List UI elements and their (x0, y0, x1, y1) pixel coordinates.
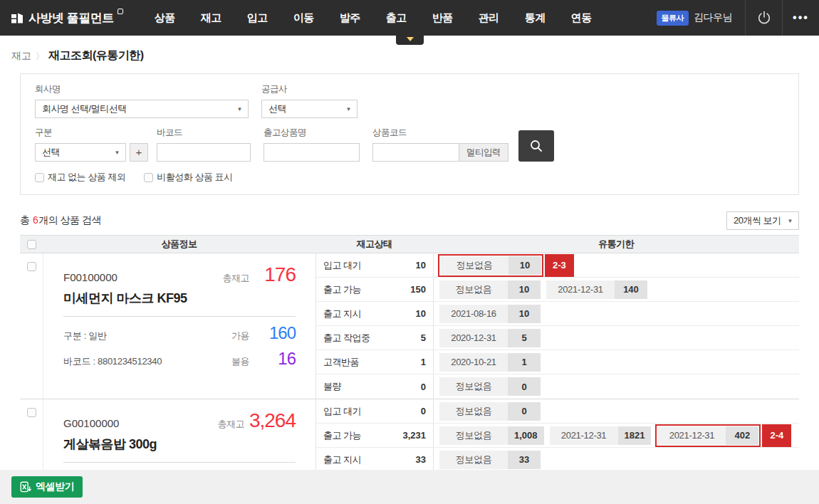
nav-item-연동[interactable]: 연동 (558, 0, 605, 36)
exclude-no-stock-checkbox[interactable]: 재고 없는 상품 제외 (35, 171, 125, 184)
stock-status-cell: 입고 대기0 (316, 399, 434, 423)
status-rows: 입고 대기0정보없음0출고 가능3,231정보없음1,0082021-12-31… (315, 399, 799, 470)
highlight-badge: 2-3 (545, 254, 574, 277)
result-summary: 총 6개의 상품 검색 (20, 214, 101, 227)
ship-product-input[interactable] (264, 143, 360, 162)
stock-status-cell: 출고 지시10 (316, 302, 434, 325)
status-qty: 33 (416, 454, 426, 465)
chevron-down-icon: ▼ (346, 106, 351, 112)
more-menu-button[interactable]: ••• (782, 0, 819, 36)
highlighted-chip: 정보없음10 (438, 254, 543, 277)
logout-button[interactable] (745, 0, 782, 36)
product-category-row: 구분 : 일반가용160 (63, 325, 296, 342)
category-select[interactable]: 선택▼ (35, 143, 126, 162)
checkbox-icon (144, 173, 153, 182)
logo-icon (11, 12, 24, 24)
nav-item-반품[interactable]: 반품 (419, 0, 466, 36)
row-checkbox[interactable] (27, 262, 36, 271)
table-header: 상품정보 재고상태 유통기한 (20, 235, 799, 253)
multi-input-button[interactable]: 멀티입력 (459, 143, 508, 162)
unusable-value: 16 (254, 350, 296, 367)
total-stock: 총재고176 (223, 265, 296, 285)
chip-label: 2020-10-21 (439, 353, 508, 372)
barcode-label: 바코드 (157, 127, 251, 139)
expiry-chip: 정보없음10 (440, 256, 541, 275)
status-qty: 10 (416, 260, 426, 271)
highlighted-chip: 2021-12-31402 (655, 424, 761, 447)
status-row: 출고 지시33정보없음33 (316, 448, 799, 470)
total-stock-value: 3,264 (249, 411, 296, 431)
barcode-input[interactable] (157, 143, 251, 162)
show-inactive-checkbox[interactable]: 비활성화 상품 표시 (144, 171, 232, 184)
header-stock-status: 재고상태 (315, 238, 433, 251)
stock-status-cell: 입고 대기10 (316, 253, 434, 277)
chip-label: 정보없음 (439, 426, 508, 445)
search-button[interactable] (518, 130, 554, 162)
excel-download-button[interactable]: 엑셀받기 (11, 476, 83, 498)
expiry-chip: 정보없음1,008 (439, 426, 544, 445)
status-label: 불량 (323, 380, 341, 393)
status-label: 출고 작업중 (323, 332, 370, 345)
expiry-cell: 2021-08-1610 (434, 302, 799, 325)
status-qty: 10 (416, 308, 426, 319)
nav-item-통계[interactable]: 통계 (512, 0, 558, 36)
total-stock-value: 176 (254, 265, 296, 285)
chip-label: 정보없음 (439, 451, 508, 469)
company-select[interactable]: 회사명 선택/멀티선택▼ (35, 100, 249, 118)
chip-label: 2021-12-31 (657, 426, 726, 445)
supplier-select[interactable]: 선택▼ (261, 100, 358, 118)
chip-label: 정보없음 (439, 280, 508, 299)
chip-value: 10 (508, 256, 541, 275)
nav-menu: 상품재고입고이동발주출고반품관리통계연동 (142, 0, 605, 36)
status-qty: 0 (421, 406, 426, 416)
expiry-chip-wrap: 정보없음10 (439, 280, 541, 299)
expiry-chip-wrap: 2021-12-311821 (550, 426, 652, 445)
menu-expand-tab[interactable] (396, 36, 424, 45)
select-all-checkbox[interactable] (27, 240, 36, 249)
chevron-down-icon: ▼ (788, 218, 793, 224)
status-qty: 5 (421, 332, 426, 343)
product-row: F00100000총재고176미세먼지 마스크 KF95구분 : 일반가용160… (20, 253, 799, 399)
nav-item-출고[interactable]: 출고 (373, 0, 419, 36)
search-icon (529, 139, 543, 153)
expiry-chip-wrap: 정보없음0 (439, 402, 541, 421)
expiry-chip: 정보없음0 (439, 377, 541, 396)
chip-value: 140 (615, 280, 647, 299)
page-title: 재고조회(유통기한) (48, 48, 144, 63)
product-code-input[interactable] (372, 143, 459, 162)
add-category-button[interactable]: + (130, 143, 148, 162)
expiry-chip: 2021-12-31140 (546, 280, 647, 299)
expiry-cell: 정보없음0 (434, 399, 799, 423)
product-info-cell: G00100000총재고3,264게살볶음밥 300g구분 : 냉동가용3,23… (43, 399, 315, 470)
chip-value: 10 (508, 280, 541, 299)
nav-item-이동[interactable]: 이동 (281, 0, 327, 36)
expiry-chip: 2020-10-211 (439, 353, 541, 372)
nav-item-발주[interactable]: 발주 (327, 0, 373, 36)
nav-item-상품[interactable]: 상품 (142, 0, 188, 36)
page-content: 재고 〉 재고조회(유통기한) 회사명 회사명 선택/멀티선택▼ 공급사 선택▼… (0, 36, 819, 470)
nav-item-관리[interactable]: 관리 (466, 0, 512, 36)
page-size-select[interactable]: 20개씩 보기▼ (726, 211, 799, 230)
chip-label: 2020-12-31 (439, 329, 508, 347)
status-row: 출고 가능150정보없음102021-12-31140 (316, 278, 799, 302)
ship-product-label: 출고상품명 (264, 127, 360, 139)
status-qty: 0 (421, 382, 426, 392)
excel-icon (20, 481, 31, 493)
breadcrumb-parent[interactable]: 재고 (11, 50, 31, 63)
chip-label: 2021-08-16 (439, 305, 508, 323)
status-label: 출고 지시 (323, 453, 361, 466)
expiry-cell: 정보없음1,0082021-12-3118212021-12-314022-4 (434, 424, 799, 447)
app-logo[interactable]: 사방넷 풀필먼트 (0, 0, 123, 36)
power-icon (756, 10, 772, 26)
chip-label: 2021-12-31 (546, 280, 615, 299)
status-rows: 입고 대기10정보없음102-3출고 가능150정보없음102021-12-31… (315, 253, 799, 399)
company-label: 회사명 (35, 83, 249, 95)
expiry-chip-wrap: 2020-10-211 (439, 353, 541, 372)
nav-item-재고[interactable]: 재고 (188, 0, 234, 36)
expiry-chip: 정보없음33 (439, 451, 541, 469)
nav-item-입고[interactable]: 입고 (234, 0, 281, 36)
status-row: 입고 대기10정보없음102-3 (316, 253, 799, 278)
status-label: 출고 가능 (323, 283, 361, 296)
chip-label: 정보없음 (439, 377, 508, 396)
row-checkbox[interactable] (27, 408, 36, 417)
